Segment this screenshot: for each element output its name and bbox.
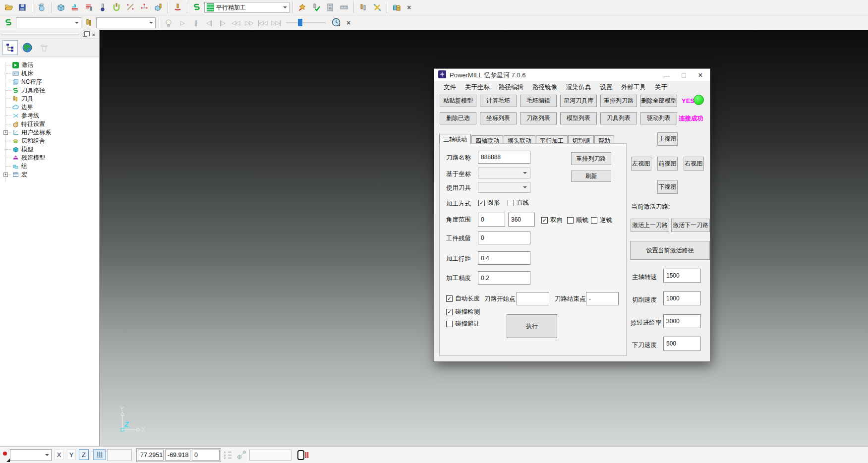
block-icon[interactable] bbox=[55, 1, 67, 14]
toolbar-close-icon[interactable]: × bbox=[344, 18, 353, 28]
bidirectional-checkbox[interactable]: ✓双向 bbox=[541, 216, 563, 225]
tab-swivel-head[interactable]: 摆头联动 bbox=[504, 135, 535, 144]
collision-check-checkbox[interactable]: ✓碰撞检测 bbox=[446, 308, 480, 316]
delete-selected-button[interactable]: 删除已选 bbox=[440, 112, 476, 124]
set-active-path-button[interactable]: 设置当前激活路径 bbox=[630, 241, 710, 260]
coord-list-button[interactable]: 坐标列表 bbox=[480, 112, 517, 124]
cutting-speed-input[interactable]: 1000 bbox=[663, 291, 701, 305]
axis-z-button[interactable]: Z bbox=[79, 449, 89, 460]
tab-4axis[interactable]: 四轴联动 bbox=[471, 135, 503, 144]
angle-from-input[interactable]: 0 bbox=[478, 213, 505, 227]
transform-icon[interactable] bbox=[371, 1, 384, 14]
start-point-input[interactable] bbox=[517, 292, 549, 305]
checkbox-unchecked[interactable] bbox=[591, 217, 597, 224]
tree-item-feature-sets[interactable]: 特征设置 bbox=[3, 120, 99, 128]
tool-list-button[interactable]: 刀具列表 bbox=[600, 112, 637, 124]
tree-item-toolpaths[interactable]: 刀具路径 bbox=[3, 86, 99, 95]
sim-tool-combobox[interactable] bbox=[96, 17, 156, 28]
chevron-down-icon[interactable] bbox=[75, 22, 79, 24]
save-project-icon[interactable] bbox=[16, 1, 29, 14]
close-icon[interactable]: × bbox=[692, 69, 709, 82]
tree-item-activate[interactable]: 激活 bbox=[3, 61, 99, 69]
step-forward-icon[interactable]: |▷ bbox=[216, 17, 229, 28]
delete-all-models-button[interactable]: 删除全部模型 bbox=[640, 95, 677, 107]
tool-icon[interactable] bbox=[96, 1, 109, 14]
expand-icon[interactable]: + bbox=[3, 130, 8, 135]
pattern-icon[interactable] bbox=[124, 1, 137, 14]
menu-external-tools[interactable]: 外部工具 bbox=[617, 83, 650, 92]
rewind-icon[interactable]: ◁◁ bbox=[230, 17, 242, 28]
tree-item-patterns[interactable]: 参考线 bbox=[3, 112, 99, 120]
sim-toolpath-combobox[interactable] bbox=[16, 17, 81, 28]
use-tool-select[interactable] bbox=[478, 182, 530, 193]
skim-feed-input[interactable]: 3000 bbox=[663, 314, 701, 328]
toolpath-verify-icon[interactable] bbox=[310, 1, 323, 14]
view-left-button[interactable]: 左视图 bbox=[631, 157, 651, 171]
tree-item-models[interactable]: 模型 bbox=[3, 145, 99, 154]
fast-forward-icon[interactable]: ▷▷ bbox=[243, 17, 255, 28]
tree-item-machine-tool[interactable]: 机床 bbox=[3, 69, 99, 78]
rearrange-toolpaths-button[interactable]: 重排列刀路 bbox=[600, 95, 637, 107]
activate-prev-button[interactable]: 激活上一刀路 bbox=[631, 219, 669, 232]
mode-circle-checkbox[interactable]: ✓圆形 bbox=[478, 199, 500, 207]
angle-to-input[interactable]: 360 bbox=[508, 213, 535, 227]
expand-icon[interactable]: + bbox=[3, 173, 8, 177]
tolerance-input[interactable]: 0.2 bbox=[478, 271, 530, 285]
menu-path-edit[interactable]: 路径编辑 bbox=[494, 83, 528, 92]
probe-pick-icon[interactable] bbox=[236, 450, 246, 462]
tree-item-macros[interactable]: +宏 bbox=[3, 171, 99, 179]
axis-x-button[interactable]: X bbox=[55, 449, 63, 460]
menu-about-coords[interactable]: 关于坐标 bbox=[461, 83, 494, 92]
view-right-button[interactable]: 右视图 bbox=[684, 157, 704, 171]
tool-change-icon[interactable] bbox=[357, 1, 370, 14]
tree-item-tools[interactable]: 刀具 bbox=[3, 95, 99, 103]
tree-item-levels-and-sets[interactable]: 层和组合 bbox=[3, 137, 99, 145]
print-icon[interactable] bbox=[35, 1, 48, 14]
boundary-icon[interactable] bbox=[110, 1, 123, 14]
mode-line-checkbox[interactable]: 直线 bbox=[508, 199, 529, 207]
activate-next-button[interactable]: 激活下一刀路 bbox=[671, 219, 710, 232]
refresh-button[interactable]: 刷新 bbox=[571, 171, 611, 182]
tab-help[interactable]: 帮助 bbox=[594, 135, 614, 144]
view-bottom-button[interactable]: 下视图 bbox=[657, 180, 678, 194]
chevron-down-icon[interactable] bbox=[149, 22, 153, 24]
execute-button[interactable]: 执行 bbox=[507, 314, 557, 338]
active-strategy-combobox[interactable]: 平行精加工 bbox=[204, 2, 289, 13]
tree-item-boundaries[interactable]: 边界 bbox=[3, 103, 99, 112]
view-top-button[interactable]: 上视图 bbox=[657, 132, 678, 146]
spindle-speed-input[interactable]: 1500 bbox=[663, 269, 701, 283]
nc-program-icon[interactable] bbox=[82, 1, 95, 14]
open-project-icon[interactable] bbox=[2, 1, 15, 14]
menu-about[interactable]: 关于 bbox=[650, 83, 672, 92]
chevron-down-icon[interactable] bbox=[283, 6, 287, 8]
paste-new-model-button[interactable]: 粘贴新模型 bbox=[440, 95, 476, 107]
plunge-speed-input[interactable]: 500 bbox=[663, 337, 701, 350]
simulation-speed-slider[interactable] bbox=[286, 18, 326, 28]
explorer-tree-tab[interactable] bbox=[2, 40, 18, 55]
panel-close-icon[interactable]: × bbox=[90, 31, 97, 38]
slider-handle[interactable] bbox=[298, 19, 302, 26]
coord-readout-icon[interactable]: xyz bbox=[224, 450, 233, 462]
coord-y-field[interactable]: -69.918 bbox=[165, 450, 190, 461]
coord-z-field[interactable]: 0 bbox=[192, 450, 220, 461]
conventional-mill-checkbox[interactable]: 逆铣 bbox=[591, 216, 612, 225]
block-edit-button[interactable]: 毛坯编辑 bbox=[520, 95, 557, 107]
checkbox-unchecked[interactable] bbox=[508, 200, 514, 206]
web-globe-tab[interactable] bbox=[19, 40, 35, 55]
play-icon[interactable]: ▷ bbox=[176, 17, 188, 28]
step-back-icon[interactable]: ◁| bbox=[203, 17, 215, 28]
panel-float-icon[interactable] bbox=[81, 31, 88, 38]
based-coord-select[interactable] bbox=[478, 168, 530, 178]
collision-check-icon[interactable] bbox=[390, 1, 403, 14]
rearrange-button[interactable]: 重排列刀路 bbox=[571, 152, 611, 165]
menu-settings[interactable]: 设置 bbox=[595, 83, 617, 92]
menu-path-mirror[interactable]: 路径镜像 bbox=[528, 83, 562, 92]
shade-lightbulb-icon[interactable] bbox=[162, 16, 175, 29]
grid-toggle-button[interactable] bbox=[93, 449, 106, 460]
toolpath-star-icon[interactable] bbox=[296, 1, 309, 14]
calculator-icon[interactable] bbox=[324, 1, 337, 14]
go-to-end-icon[interactable]: ▷▷| bbox=[270, 17, 282, 28]
maximize-icon[interactable] bbox=[675, 69, 692, 82]
menu-file[interactable]: 文件 bbox=[439, 83, 461, 92]
toolbar-close-icon[interactable]: × bbox=[404, 2, 414, 12]
